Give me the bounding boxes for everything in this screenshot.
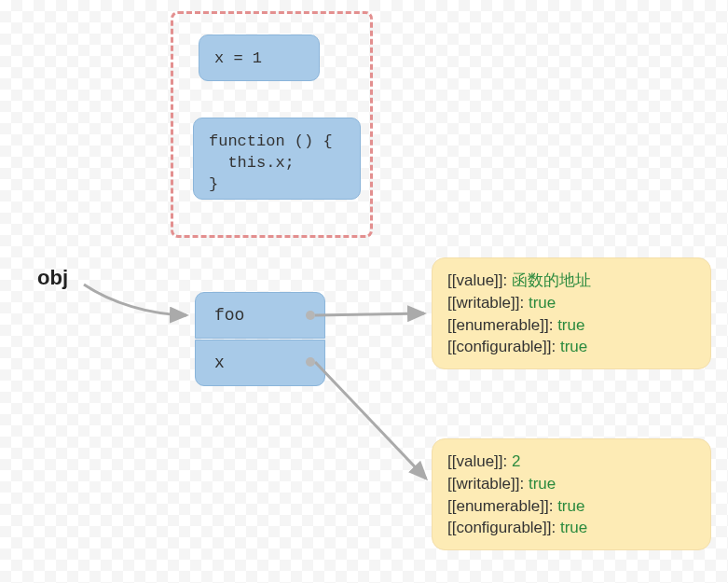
desc-val: true (560, 519, 587, 536)
arrow-x-to-descriptor (315, 362, 426, 479)
desc-val: true (529, 294, 556, 312)
desc-key: [[enumerable]]: (447, 497, 553, 515)
desc-key: [[configurable]]: (447, 519, 556, 536)
desc-key: [[writable]]: (447, 475, 524, 493)
arrow-obj-to-foo (84, 285, 186, 315)
obj-label: obj (37, 266, 68, 290)
code-box-function: function () { this.x; } (193, 118, 361, 200)
desc-key: [[configurable]]: (447, 338, 556, 355)
desc-key: [[value]]: (447, 271, 507, 289)
connector-dot-x (306, 357, 315, 367)
desc-key: [[writable]]: (447, 294, 524, 312)
descriptor-box-x: [[value]]: 2 [[writable]]: true [[enumer… (432, 438, 711, 550)
desc-key: [[value]]: (447, 452, 507, 470)
desc-val: true (557, 497, 584, 515)
desc-key: [[enumerable]]: (447, 316, 553, 334)
desc-val: 函数的地址 (512, 271, 591, 289)
connector-dot-foo (306, 311, 315, 320)
desc-val: true (560, 338, 587, 355)
desc-val: true (557, 316, 584, 334)
descriptor-box-foo: [[value]]: 函数的地址 [[writable]]: true [[en… (432, 257, 711, 369)
desc-val: 2 (512, 452, 520, 470)
desc-val: true (529, 475, 556, 493)
code-box-x-assignment: x = 1 (199, 35, 320, 81)
arrow-foo-to-descriptor (315, 313, 424, 315)
